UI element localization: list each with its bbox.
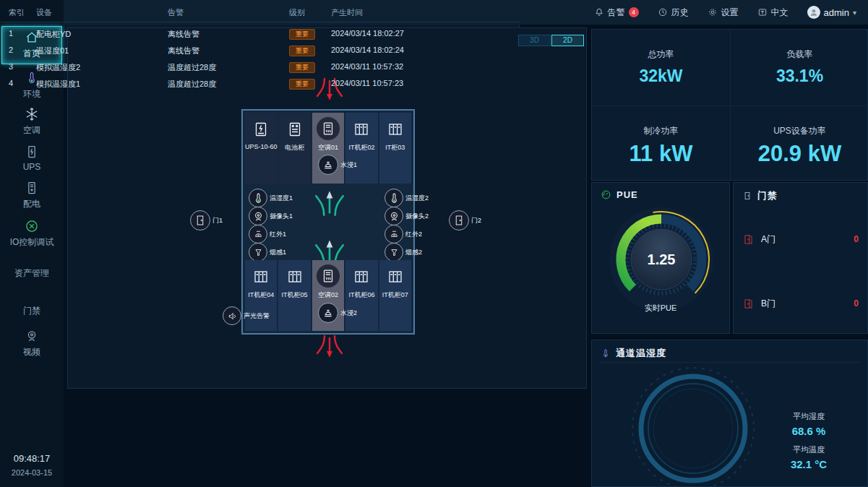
sensor-infrared-1[interactable]: 红外1	[249, 225, 286, 244]
sensor-water-1[interactable]: 水浸1	[318, 155, 357, 175]
topbar: 告警 4 历史 设置 中文 admin ▾	[64, 0, 868, 25]
sensor-infrared-2[interactable]: 红外2	[384, 225, 422, 244]
channel-header: 通道温湿度	[601, 347, 666, 360]
sidebar-item-assets[interactable]: 资产管理	[0, 267, 64, 280]
settings-menu[interactable]: 设置	[708, 7, 739, 19]
red-door-icon	[742, 298, 755, 310]
table-row[interactable]: 2 温湿度01 离线告警 重要 2024/03/14 18:02:24	[0, 46, 520, 57]
door-icon	[190, 210, 210, 230]
level-badge: 重要	[289, 29, 315, 40]
sidebar-item-access[interactable]: 门禁	[0, 305, 64, 317]
rack-it-07[interactable]: IT机柜07	[379, 260, 411, 331]
divider	[0, 22, 520, 22]
table-row[interactable]: 1 配电柜YD 离线告警 重要 2024/03/14 18:02:27	[0, 29, 520, 40]
rack-ups[interactable]: UPS-10-60	[245, 113, 278, 184]
rack-battery[interactable]: 电池柜	[279, 113, 311, 184]
clock-icon	[658, 7, 668, 17]
settings-label: 设置	[721, 7, 739, 19]
avg-humidity-value: 68.6 %	[751, 425, 867, 437]
rack-it-05[interactable]: IT机柜05	[278, 260, 310, 331]
table-row[interactable]: 4 模拟温湿度1 温度超过28度 重要 2024/03/11 10:57:23	[0, 79, 520, 86]
camera-icon	[25, 329, 39, 343]
level-badge: 重要	[289, 79, 315, 86]
sensor-temphum-1[interactable]: 温湿度1	[249, 189, 293, 207]
history-menu[interactable]: 历史	[658, 7, 689, 19]
channel-ring	[622, 365, 764, 487]
col-header-index: 索引	[9, 7, 25, 18]
pue-caption: 实时PUE	[592, 303, 729, 314]
it-rack-icon	[387, 118, 404, 140]
it-rack-icon	[353, 266, 370, 288]
io-circle-icon	[25, 219, 39, 233]
infrared-icon	[249, 225, 267, 244]
sidebar-item-video[interactable]: 视频	[0, 329, 64, 358]
sidebar-item-label: UPS	[23, 162, 41, 172]
pue-panel: PUE 1.25 实时PUE	[591, 182, 730, 334]
camera-icon	[384, 207, 403, 225]
alarm-count-badge: 4	[629, 7, 639, 17]
battery-cabinet-icon	[286, 118, 304, 140]
sensor-temphum-2[interactable]: 温湿度2	[384, 189, 429, 207]
sidebar-item-ac[interactable]: 空调	[0, 107, 64, 137]
server-room: UPS-10-60 电池柜 空调01 IT机柜02 IT柜03 水浸1	[241, 109, 415, 335]
avg-humidity-label: 平均湿度	[751, 411, 867, 422]
ac-unit-icon	[317, 117, 340, 140]
thermometer-icon	[384, 189, 403, 207]
sidebar-item-label: 门禁	[23, 305, 40, 317]
col-header-alarm: 告警	[168, 7, 184, 18]
cold-airflow-icon	[314, 189, 345, 216]
sound-light-alarm-icon	[223, 306, 241, 325]
infrared-icon	[384, 225, 403, 244]
thermometer-icon	[601, 348, 611, 358]
sidebar-item-io-debug[interactable]: IO控制调试	[0, 219, 64, 249]
door-1[interactable]: 门1	[190, 210, 223, 230]
pue-gauge: 1.25	[596, 203, 726, 311]
language-menu[interactable]: 中文	[757, 7, 788, 19]
username: admin	[824, 7, 849, 18]
avg-temperature-label: 平均温度	[751, 444, 867, 455]
door-2[interactable]: 门2	[449, 210, 481, 230]
pue-value: 1.25	[648, 251, 676, 267]
it-rack-icon	[286, 266, 304, 288]
language-label: 中文	[771, 7, 788, 19]
divider	[599, 362, 861, 363]
sound-light-alarm[interactable]: 声光告警	[223, 306, 270, 325]
ups-cabinet-icon	[252, 118, 270, 140]
col-header-level: 级别	[289, 7, 305, 18]
it-rack-icon	[353, 118, 370, 140]
avg-temperature-value: 32.1 °C	[751, 458, 867, 470]
language-icon	[757, 7, 768, 17]
sidebar-item-power[interactable]: 配电	[0, 181, 64, 210]
level-badge: 重要	[289, 46, 315, 56]
chevron-down-icon: ▾	[853, 9, 856, 17]
rack-it-03[interactable]: IT柜03	[379, 113, 411, 184]
avatar	[807, 6, 820, 19]
it-rack-icon	[252, 266, 270, 288]
sidebar-item-label: 配电	[23, 198, 40, 210]
sensor-camera-2[interactable]: 摄像头2	[384, 207, 429, 225]
access-door-a[interactable]: A门 0	[742, 232, 859, 246]
alarm-menu[interactable]: 告警 4	[594, 7, 639, 19]
current-date: 2024-03-15	[0, 468, 64, 477]
sidebar-clock: 09:48:17 2024-03-15	[0, 453, 64, 477]
sidebar-item-label: 资产管理	[14, 267, 49, 280]
access-control-panel: 门禁 A门 0 B门 0	[733, 182, 868, 334]
camera-icon	[249, 207, 267, 225]
col-header-device: 设备	[36, 7, 52, 18]
sidebar-item-label: 空调	[23, 124, 40, 137]
pue-gauge-icon	[601, 189, 611, 200]
red-door-icon	[742, 233, 755, 246]
water-sensor-icon	[318, 303, 338, 323]
sidebar-item-label: 视频	[23, 346, 40, 358]
sensor-water-2[interactable]: 水浸2	[318, 303, 357, 323]
sidebar-item-ups[interactable]: UPS	[0, 145, 64, 172]
door-b-alarm-count: 0	[854, 298, 859, 309]
sensor-camera-1[interactable]: 摄像头1	[249, 207, 293, 225]
stat-ups-power: UPS设备功率 20.9 kW	[731, 106, 868, 182]
thermometer-icon	[249, 189, 267, 207]
gear-icon	[708, 7, 718, 17]
access-door-b[interactable]: B门 0	[742, 296, 859, 311]
table-row[interactable]: 3 模拟温湿度2 温度超过28度 重要 2024/03/11 10:57:32	[0, 62, 520, 74]
alarm-label: 告警	[608, 7, 625, 19]
user-menu[interactable]: admin ▾	[807, 6, 856, 19]
